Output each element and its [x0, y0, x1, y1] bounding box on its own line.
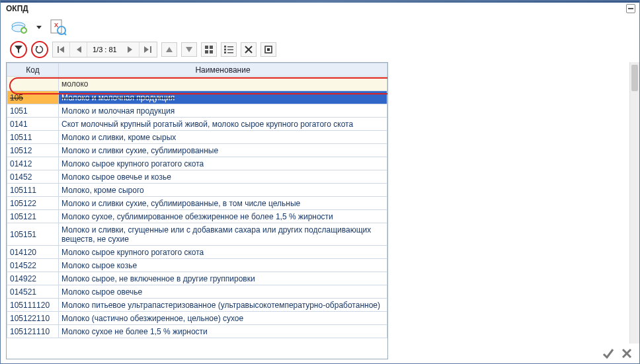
cell-code: 105121110 [7, 325, 59, 338]
cell-name: Молоко и молочная продукция [59, 104, 387, 118]
prev-icon [76, 46, 81, 53]
cell-code: 105111120 [7, 299, 59, 312]
footer-actions [601, 346, 634, 361]
svg-rect-10 [58, 46, 59, 53]
svg-rect-12 [205, 46, 208, 49]
table-row[interactable]: 0141Скот молочный крупный рогатый живой,… [7, 118, 387, 131]
export-excel-button[interactable]: X [48, 17, 68, 37]
svg-line-9 [64, 33, 66, 35]
cell-name: Молоко (частично обезжиренное, цельное) … [59, 312, 387, 325]
table-row[interactable]: 014922Молоко сырое, не включенное в друг… [7, 272, 387, 285]
titlebar: ОКПД [1, 3, 639, 15]
table-row[interactable]: 10512Молоко и сливки сухие, сублимирован… [7, 144, 387, 157]
table-row[interactable]: 01412Молоко сырое крупного рогатого скот… [7, 157, 387, 170]
cell-name: Молоко и молочная продукция [59, 91, 387, 104]
first-page-button[interactable] [53, 42, 70, 57]
table-container: Код Наименование 105Молоко и молочная пр… [6, 62, 388, 359]
filter-button[interactable] [11, 42, 26, 57]
last-page-button[interactable] [140, 42, 157, 57]
cell-name: Молоко сухое не более 1,5 % жирности [59, 325, 387, 338]
table-header: Код Наименование [7, 63, 387, 77]
view-list-button[interactable] [221, 42, 237, 57]
maximize-square-icon [264, 46, 272, 54]
sort-asc-button[interactable] [161, 42, 177, 57]
table-row[interactable]: 014522Молоко сырое козье [7, 259, 387, 272]
filter-name-input[interactable] [59, 77, 387, 91]
col-name-header[interactable]: Наименование [59, 63, 387, 77]
filter-row [7, 77, 387, 91]
table-row[interactable]: 105111Молоко, кроме сырого [7, 184, 387, 197]
refresh-highlight-circle [31, 41, 48, 58]
cell-name: Молоко и сливки, кроме сырых [59, 131, 387, 144]
okpd-window: ОКПД X [0, 0, 640, 364]
svg-rect-16 [224, 46, 226, 48]
grid-icon [205, 46, 213, 54]
close-button[interactable] [620, 346, 634, 361]
table-row[interactable]: 014521Молоко сырое овечье [7, 285, 387, 299]
svg-rect-17 [227, 46, 233, 48]
new-record-button[interactable] [10, 17, 30, 37]
cell-code: 105121 [7, 210, 59, 223]
cell-code: 105151 [7, 223, 59, 246]
cell-name: Скот молочный крупный рогатый живой, мол… [59, 118, 387, 131]
table-row[interactable]: 1051Молоко и молочная продукция [7, 104, 387, 118]
minimize-button[interactable] [626, 4, 635, 13]
check-icon [602, 347, 614, 359]
cell-name: Молоко, кроме сырого [59, 184, 387, 197]
filter-code-input[interactable] [7, 77, 58, 91]
cell-name: Молоко сухое, сублимированное обезжиренн… [59, 210, 387, 223]
svg-rect-13 [210, 46, 213, 49]
cell-code: 1051 [7, 104, 59, 118]
navigation-toolbar: 1/3 : 81 [1, 40, 639, 62]
new-record-icon [11, 19, 29, 35]
cell-name: Молоко сырое крупного рогатого скота [59, 157, 387, 170]
list-icon [224, 46, 233, 54]
svg-rect-11 [150, 46, 151, 53]
export-excel-icon: X [50, 18, 67, 36]
cell-code: 105122110 [7, 312, 59, 325]
prev-page-button[interactable] [70, 42, 87, 57]
clear-button[interactable] [241, 42, 257, 57]
cell-name: Молоко и сливки, сгущенные или с добавка… [59, 223, 387, 246]
table-row[interactable]: 10511Молоко и сливки, кроме сырых [7, 131, 387, 144]
svg-rect-21 [227, 52, 233, 54]
svg-rect-14 [205, 50, 208, 54]
right-scrollbar[interactable] [629, 62, 639, 344]
table-row[interactable]: 105111120Молоко питьевое ультрапастеризо… [7, 299, 387, 312]
cell-name: Молоко и сливки сухие, сублимированные [59, 144, 387, 157]
cell-code: 105 [7, 91, 59, 104]
table-row[interactable]: 014120Молоко сырое крупного рогатого ско… [7, 246, 387, 259]
funnel-icon [15, 46, 22, 54]
table-row[interactable]: 105151Молоко и сливки, сгущенные или с д… [7, 223, 387, 246]
pager: 1/3 : 81 [52, 42, 157, 57]
restore-button[interactable] [260, 42, 276, 57]
cell-name: Молоко питьевое ультрапастеризованное (у… [59, 299, 387, 312]
svg-rect-5 [22, 30, 26, 32]
table-row[interactable]: 105121110Молоко сухое не более 1,5 % жир… [7, 325, 387, 338]
table-row[interactable]: 105122Молоко и сливки сухие, сублимирова… [7, 197, 387, 210]
view-grid-button[interactable] [201, 42, 217, 57]
scrollbar-thumb[interactable] [631, 65, 638, 91]
table-row[interactable]: 105Молоко и молочная продукция [7, 91, 387, 104]
svg-rect-25 [267, 48, 270, 51]
cell-name: Молоко сырое крупного рогатого скота [59, 246, 387, 259]
cell-code: 014522 [7, 259, 59, 272]
table-row[interactable]: 105121Молоко сухое, сублимированное обез… [7, 210, 387, 223]
first-icon [58, 46, 65, 53]
cell-name: Молоко сырое, не включенное в другие гру… [59, 272, 387, 285]
table-row[interactable]: 105122110Молоко (частично обезжиренное, … [7, 312, 387, 325]
cell-name: Молоко сырое овечье [59, 285, 387, 299]
confirm-button[interactable] [601, 346, 616, 361]
sort-desc-button[interactable] [181, 42, 197, 57]
cell-code: 10511 [7, 131, 59, 144]
cell-name: Молоко сырое козье [59, 259, 387, 272]
refresh-button[interactable] [32, 42, 47, 57]
col-code-header[interactable]: Код [7, 63, 59, 77]
minimize-icon [628, 6, 633, 11]
content-area: Код Наименование 105Молоко и молочная пр… [1, 62, 639, 363]
dropdown-caret-icon[interactable] [36, 26, 42, 29]
svg-text:X: X [54, 22, 58, 28]
table-row[interactable]: 01452Молоко сырое овечье и козье [7, 170, 387, 184]
triangle-up-icon [166, 47, 173, 52]
next-page-button[interactable] [122, 42, 140, 57]
